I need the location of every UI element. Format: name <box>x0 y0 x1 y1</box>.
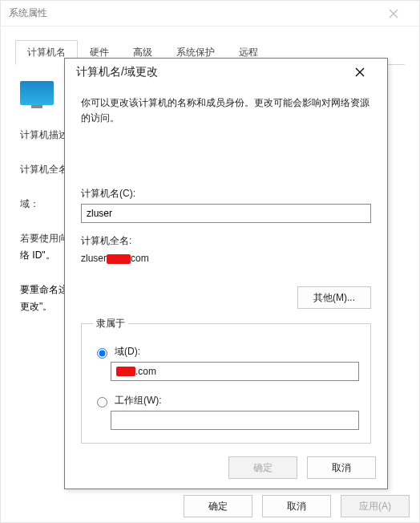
parent-apply-button[interactable]: 应用(A) <box>341 495 410 517</box>
member-of-group: 隶属于 域(D): .com 工作组(W): <box>81 317 371 444</box>
parent-title: 系统属性 <box>9 6 47 20</box>
dialog-cancel-button[interactable]: 取消 <box>307 456 376 479</box>
parent-ok-button[interactable]: 确定 <box>184 495 252 517</box>
dialog-title: 计算机名/域更改 <box>76 65 158 79</box>
parent-cancel-button[interactable]: 取消 <box>262 495 331 517</box>
domain-input[interactable]: .com <box>111 362 359 381</box>
close-icon <box>355 67 365 77</box>
computer-icon <box>20 81 54 105</box>
full-computer-name-label: 计算机全名: <box>81 234 371 248</box>
workgroup-input[interactable] <box>111 411 359 430</box>
full-name-suffix: com <box>131 253 149 264</box>
dialog-button-row: 确定 取消 <box>228 456 376 479</box>
dialog-body: 你可以更改该计算机的名称和成员身份。更改可能会影响对网络资源的访问。 计算机名(… <box>65 86 387 463</box>
redacted-text <box>116 367 135 376</box>
member-of-legend: 隶属于 <box>93 317 128 330</box>
full-computer-name-value: zlusercom <box>81 253 371 264</box>
parent-button-row: 确定 取消 应用(A) <box>184 495 410 517</box>
computer-name-domain-dialog: 计算机名/域更改 你可以更改该计算机的名称和成员身份。更改可能会影响对网络资源的… <box>64 58 388 489</box>
dialog-ok-button[interactable]: 确定 <box>228 456 297 479</box>
workgroup-radio-label: 工作组(W): <box>115 394 162 407</box>
full-name-prefix: zluser <box>81 253 107 264</box>
domain-radio[interactable] <box>97 348 107 359</box>
computer-name-label: 计算机名(C): <box>81 187 371 201</box>
domain-value-suffix: .com <box>135 366 156 377</box>
workgroup-radio-row: 工作组(W): <box>93 394 359 407</box>
dialog-close-button[interactable] <box>344 61 376 83</box>
dialog-description: 你可以更改该计算机的名称和成员身份。更改可能会影响对网络资源的访问。 <box>81 95 371 126</box>
workgroup-radio[interactable] <box>97 397 107 407</box>
domain-radio-row: 域(D): <box>93 345 359 359</box>
parent-titlebar: 系统属性 <box>1 1 419 26</box>
other-button[interactable]: 其他(M)... <box>297 286 371 309</box>
computer-name-input[interactable] <box>81 204 371 223</box>
parent-close-button[interactable] <box>375 1 411 26</box>
domain-radio-label: 域(D): <box>115 345 140 359</box>
dialog-titlebar: 计算机名/域更改 <box>65 59 387 86</box>
redacted-text <box>107 254 131 264</box>
